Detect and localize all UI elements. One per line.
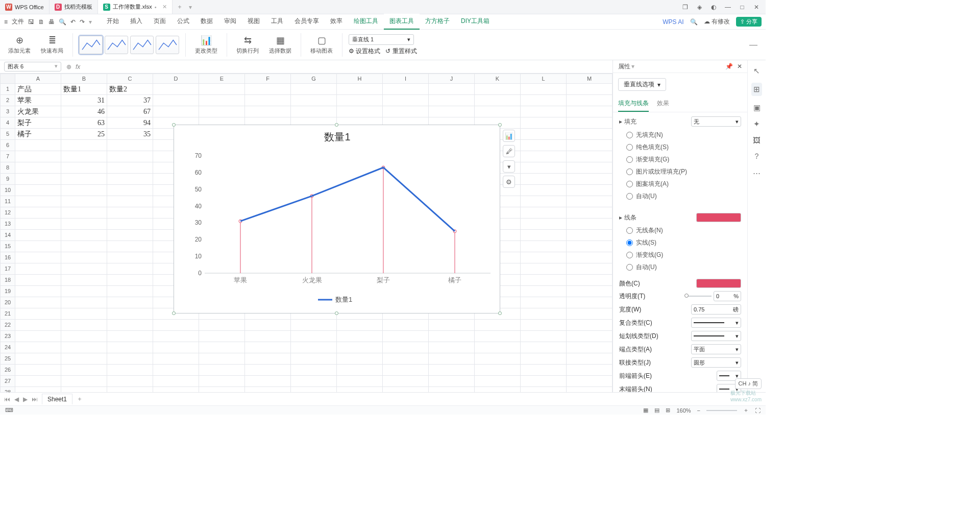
name-box[interactable]: 图表 6▾ (4, 62, 61, 71)
cell[interactable] (107, 331, 153, 342)
undo-icon[interactable]: ↶ (70, 18, 76, 26)
minimize-button[interactable]: — (724, 4, 732, 11)
cell[interactable] (153, 106, 199, 117)
compound-dd[interactable]: ▾ (691, 318, 741, 328)
cell[interactable] (15, 196, 61, 207)
cell[interactable] (245, 84, 291, 95)
cell[interactable] (521, 106, 567, 117)
close-button[interactable]: ✕ (752, 4, 761, 11)
zoom-in[interactable]: ＋ (743, 406, 749, 414)
cell[interactable] (15, 230, 61, 241)
panel-tab[interactable]: 效果 (657, 96, 669, 112)
cell[interactable] (61, 320, 107, 331)
cell[interactable] (521, 365, 567, 376)
cell[interactable] (199, 84, 245, 95)
cell[interactable] (567, 185, 612, 196)
row-header[interactable]: 24 (0, 342, 15, 353)
cell[interactable]: 35 (107, 129, 153, 140)
cell[interactable] (15, 219, 61, 230)
cell[interactable] (61, 207, 107, 219)
rail-select-icon[interactable]: ↖ (753, 66, 760, 76)
col-header[interactable]: L (521, 74, 567, 84)
cell[interactable] (107, 174, 153, 185)
cell[interactable] (107, 320, 153, 331)
row-header[interactable]: 12 (0, 207, 15, 219)
cell[interactable] (61, 151, 107, 162)
cell[interactable] (521, 320, 567, 331)
reset-style-button[interactable]: ↺ 重置样式 (385, 47, 416, 56)
cell[interactable] (567, 308, 612, 320)
pin-icon[interactable]: 📌 (725, 63, 733, 70)
cell[interactable] (245, 106, 291, 117)
cell[interactable] (429, 376, 475, 387)
cell[interactable] (107, 230, 153, 241)
row-header[interactable]: 7 (0, 151, 15, 162)
cell[interactable] (61, 241, 107, 252)
has-changes[interactable]: ☁ 有修改 (704, 17, 730, 26)
menu-tab[interactable]: 公式 (172, 14, 195, 30)
cell[interactable] (383, 376, 429, 387)
series-selector[interactable]: 垂直线 1▾ (349, 34, 414, 45)
cell[interactable] (291, 365, 337, 376)
cell[interactable] (475, 106, 521, 117)
row-header[interactable]: 3 (0, 106, 15, 117)
cell[interactable] (383, 320, 429, 331)
row-header[interactable]: 17 (0, 263, 15, 275)
cell[interactable]: 25 (61, 129, 107, 140)
line-option[interactable]: 无线条(N) (626, 226, 741, 235)
col-header[interactable]: B (61, 74, 107, 84)
cell[interactable] (61, 140, 107, 151)
row-header[interactable]: 2 (0, 95, 15, 106)
cell[interactable] (245, 353, 291, 365)
cell[interactable] (567, 84, 612, 95)
maximize-button[interactable]: □ (738, 4, 746, 11)
cell[interactable] (383, 95, 429, 106)
cell[interactable] (567, 230, 612, 241)
col-header[interactable]: J (429, 74, 475, 84)
menu-tab[interactable]: 工具 (265, 14, 289, 30)
chart-filter-icon[interactable]: ▾ (503, 160, 515, 173)
avatar[interactable]: ◐ (709, 4, 718, 11)
rail-animation-icon[interactable]: ✦ (753, 119, 760, 129)
cell[interactable] (15, 241, 61, 252)
cell[interactable] (107, 207, 153, 219)
row-header[interactable]: 5 (0, 129, 15, 140)
cell[interactable] (567, 117, 612, 129)
row-header[interactable]: 20 (0, 297, 15, 308)
cell[interactable] (153, 353, 199, 365)
col-header[interactable]: C (107, 74, 153, 84)
cell[interactable] (521, 308, 567, 320)
cell[interactable] (15, 275, 61, 286)
cell[interactable] (383, 106, 429, 117)
cell[interactable] (153, 84, 199, 95)
select-data-button[interactable]: ▦选择数据 (266, 35, 295, 55)
cell[interactable] (199, 331, 245, 342)
cell[interactable] (429, 106, 475, 117)
cell[interactable] (61, 376, 107, 387)
cell[interactable] (199, 376, 245, 387)
col-header[interactable]: K (475, 74, 521, 84)
line-option[interactable]: 渐变线(G) (626, 251, 741, 259)
cell[interactable] (107, 252, 153, 263)
col-header[interactable]: E (199, 74, 245, 84)
cell[interactable] (199, 95, 245, 106)
rail-help-icon[interactable]: ？ (753, 152, 761, 161)
cell[interactable] (337, 376, 383, 387)
cell[interactable] (15, 365, 61, 376)
cell[interactable] (107, 376, 153, 387)
cell[interactable] (15, 331, 61, 342)
cell[interactable] (521, 140, 567, 151)
dash-dd[interactable]: ▾ (691, 331, 741, 341)
cell[interactable] (429, 342, 475, 353)
zoom-level[interactable]: 160% (676, 407, 691, 414)
chart-style-gallery[interactable] (79, 36, 179, 54)
sheet-nav-last[interactable]: ⏭ (32, 396, 38, 403)
cell[interactable] (61, 297, 107, 308)
cell[interactable] (153, 95, 199, 106)
rail-more-icon[interactable]: ⋯ (753, 168, 761, 178)
cell[interactable] (521, 185, 567, 196)
cell[interactable] (475, 84, 521, 95)
cell[interactable] (153, 331, 199, 342)
cell[interactable] (291, 353, 337, 365)
new-tab-button[interactable]: ＋ (173, 3, 187, 11)
